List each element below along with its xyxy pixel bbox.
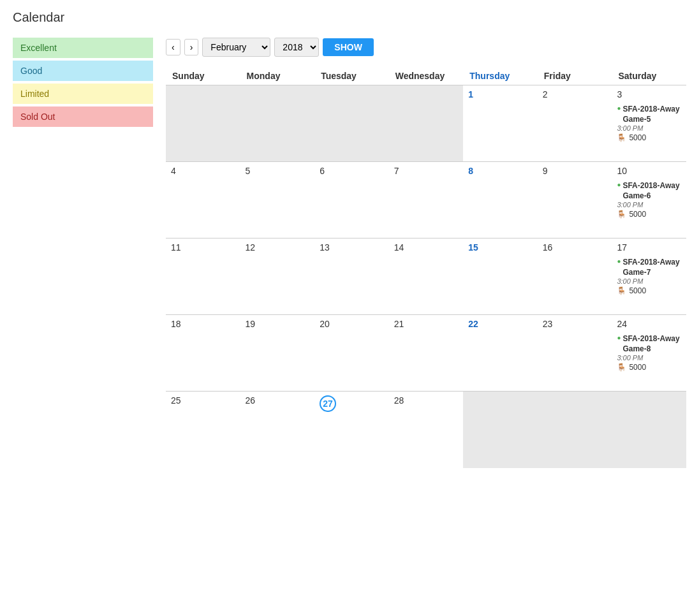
weekday-header-thursday: Thursday [463, 67, 538, 85]
event-name: SFA-2018-Away Game-8 [622, 334, 681, 354]
day-number: 20 [320, 319, 330, 329]
day-number: 25 [171, 395, 181, 406]
availability-dot: ● [617, 105, 621, 112]
calendar-header: ‹ › JanuaryFebruaryMarchAprilMayJuneJuly… [166, 38, 686, 57]
year-select[interactable]: 20162017201820192020 [274, 38, 319, 57]
next-month-button[interactable]: › [184, 39, 199, 55]
calendar-cell: 15 [463, 238, 538, 315]
day-number: 2 [543, 89, 548, 99]
event[interactable]: ●SFA-2018-Away Game-83:00 PM🪑5000 [617, 334, 681, 372]
event-seats: 🪑5000 [617, 210, 681, 219]
calendar-cell: 3●SFA-2018-Away Game-53:00 PM🪑5000 [612, 85, 686, 162]
calendar-cell: 9 [538, 162, 612, 238]
calendar-cell: 2 [538, 85, 612, 162]
day-number: 10 [617, 166, 627, 176]
event-title: ●SFA-2018-Away Game-7 [617, 258, 681, 277]
week-row-2: 45678910●SFA-2018-Away Game-63:00 PM🪑500… [166, 162, 686, 238]
calendar-cell: 12 [240, 238, 315, 315]
calendar-cell: 7 [389, 162, 464, 238]
calendar-cell [166, 85, 240, 162]
month-select[interactable]: JanuaryFebruaryMarchAprilMayJuneJulyAugu… [202, 38, 270, 57]
week-row-1: 123●SFA-2018-Away Game-53:00 PM🪑5000 [166, 85, 686, 162]
calendar-cell: 1 [463, 85, 538, 162]
event[interactable]: ●SFA-2018-Away Game-53:00 PM🪑5000 [617, 105, 681, 142]
event[interactable]: ●SFA-2018-Away Game-73:00 PM🪑5000 [617, 258, 681, 295]
availability-dot: ● [617, 181, 621, 188]
day-number: 12 [246, 242, 256, 253]
event-title: ●SFA-2018-Away Game-6 [617, 181, 681, 201]
calendar-cell: 28 [389, 392, 464, 468]
calendar-cell: 26 [240, 392, 315, 468]
day-number: 18 [171, 319, 181, 329]
calendar-cell [240, 85, 315, 162]
event-time: 3:00 PM [617, 354, 681, 362]
day-number: 9 [543, 166, 548, 176]
week-row-4: 18192021222324●SFA-2018-Away Game-83:00 … [166, 315, 686, 392]
show-button[interactable]: SHOW [323, 38, 374, 56]
calendar-cell: 6 [314, 162, 389, 238]
day-number: 21 [394, 319, 404, 329]
day-number: 8 [468, 166, 473, 176]
calendar-cell: 10●SFA-2018-Away Game-63:00 PM🪑5000 [612, 162, 686, 238]
calendar-cell: 11 [166, 238, 240, 315]
day-number: 28 [394, 395, 404, 406]
prev-month-button[interactable]: ‹ [166, 39, 180, 55]
calendar-cell [314, 85, 389, 162]
day-number: 1 [468, 89, 473, 99]
calendar-cell: 23 [538, 315, 612, 392]
availability-dot: ● [617, 258, 621, 265]
day-number: 7 [394, 166, 399, 176]
legend: ExcellentGoodLimitedSold Out [13, 38, 153, 127]
day-number: 27 [320, 395, 336, 412]
availability-dot: ● [617, 334, 621, 341]
seat-icon: 🪑 [617, 210, 626, 219]
seat-icon: 🪑 [617, 363, 626, 372]
layout: ExcellentGoodLimitedSold Out ‹ › January… [13, 38, 686, 468]
day-number: 15 [468, 242, 478, 253]
calendar-cell: 21 [389, 315, 464, 392]
weekday-header-sunday: Sunday [166, 67, 240, 85]
seat-icon: 🪑 [617, 133, 626, 142]
calendar-table: SundayMondayTuesdayWednesdayThursdayFrid… [166, 67, 686, 468]
calendar-cell: 17●SFA-2018-Away Game-73:00 PM🪑5000 [612, 238, 686, 315]
calendar-cell: 27 [314, 392, 389, 468]
day-number: 14 [394, 242, 404, 253]
calendar-cell: 13 [314, 238, 389, 315]
sidebar: ExcellentGoodLimitedSold Out [13, 38, 153, 468]
legend-item-good: Good [13, 61, 153, 81]
calendar-cell [463, 392, 538, 468]
weekday-header-tuesday: Tuesday [314, 67, 389, 85]
day-number: 17 [617, 242, 627, 253]
calendar-cell [389, 85, 464, 162]
weekday-header-wednesday: Wednesday [389, 67, 464, 85]
calendar-cell: 25 [166, 392, 240, 468]
event-seats: 🪑5000 [617, 363, 681, 372]
legend-item-soldout: Sold Out [13, 106, 153, 127]
day-number: 22 [468, 319, 478, 329]
event[interactable]: ●SFA-2018-Away Game-63:00 PM🪑5000 [617, 181, 681, 219]
calendar-cell: 19 [240, 315, 315, 392]
event-time: 3:00 PM [617, 201, 681, 209]
event-title: ●SFA-2018-Away Game-5 [617, 105, 681, 124]
seats-count: 5000 [629, 363, 646, 372]
main-content: ‹ › JanuaryFebruaryMarchAprilMayJuneJuly… [166, 38, 686, 468]
weekday-header-friday: Friday [538, 67, 612, 85]
day-number: 23 [543, 319, 553, 329]
calendar-cell: 18 [166, 315, 240, 392]
calendar-cell: 22 [463, 315, 538, 392]
seats-count: 5000 [629, 133, 646, 142]
calendar-cell: 16 [538, 238, 612, 315]
day-number: 19 [246, 319, 256, 329]
day-number: 24 [617, 319, 627, 329]
seats-count: 5000 [629, 210, 646, 219]
event-name: SFA-2018-Away Game-7 [622, 258, 681, 277]
calendar-cell: 8 [463, 162, 538, 238]
day-number: 16 [543, 242, 553, 253]
seats-count: 5000 [629, 286, 646, 295]
event-time: 3:00 PM [617, 277, 681, 285]
day-number: 6 [320, 166, 325, 176]
page-title: Calendar [13, 10, 686, 25]
event-seats: 🪑5000 [617, 286, 681, 295]
day-number: 3 [617, 89, 622, 99]
calendar-cell [612, 392, 686, 468]
